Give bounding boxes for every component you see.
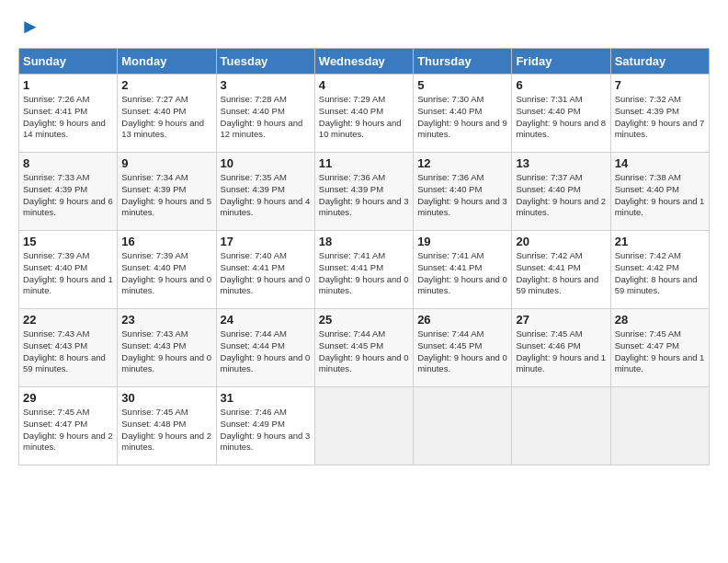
day-info: Sunrise: 7:29 AMSunset: 4:40 PMDaylight:…: [319, 94, 409, 141]
day-number: 14: [615, 156, 705, 170]
calendar-cell: 6Sunrise: 7:31 AMSunset: 4:40 PMDaylight…: [512, 75, 610, 153]
calendar-cell: 17Sunrise: 7:40 AMSunset: 4:41 PMDayligh…: [216, 231, 314, 309]
day-info: Sunrise: 7:32 AMSunset: 4:39 PMDaylight:…: [615, 94, 705, 141]
day-info: Sunrise: 7:38 AMSunset: 4:40 PMDaylight:…: [615, 172, 705, 219]
calendar-cell: 8Sunrise: 7:33 AMSunset: 4:39 PMDaylight…: [19, 153, 118, 231]
calendar-cell: 11Sunrise: 7:36 AMSunset: 4:39 PMDayligh…: [314, 153, 413, 231]
calendar-cell: 21Sunrise: 7:42 AMSunset: 4:42 PMDayligh…: [610, 231, 709, 309]
calendar-cell: 5Sunrise: 7:30 AMSunset: 4:40 PMDaylight…: [414, 75, 512, 153]
day-info: Sunrise: 7:39 AMSunset: 4:40 PMDaylight:…: [121, 250, 211, 297]
day-number: 5: [417, 78, 507, 92]
calendar-cell: 7Sunrise: 7:32 AMSunset: 4:39 PMDaylight…: [610, 75, 709, 153]
day-info: Sunrise: 7:39 AMSunset: 4:40 PMDaylight:…: [23, 250, 113, 297]
calendar-cell: 14Sunrise: 7:38 AMSunset: 4:40 PMDayligh…: [610, 153, 709, 231]
day-number: 25: [319, 313, 409, 327]
day-number: 18: [319, 235, 409, 248]
day-number: 16: [121, 235, 211, 248]
day-number: 21: [615, 235, 705, 248]
day-info: Sunrise: 7:34 AMSunset: 4:39 PMDaylight:…: [121, 172, 211, 219]
calendar-cell: 18Sunrise: 7:41 AMSunset: 4:41 PMDayligh…: [314, 231, 413, 309]
calendar-cell: 26Sunrise: 7:44 AMSunset: 4:45 PMDayligh…: [414, 309, 512, 387]
day-number: 17: [221, 235, 311, 248]
calendar-cell: 1Sunrise: 7:26 AMSunset: 4:41 PMDaylight…: [19, 75, 118, 153]
calendar-cell: 13Sunrise: 7:37 AMSunset: 4:40 PMDayligh…: [512, 153, 610, 231]
day-number: 29: [23, 391, 113, 405]
day-info: Sunrise: 7:27 AMSunset: 4:40 PMDaylight:…: [121, 94, 211, 141]
logo: ►: [18, 15, 40, 39]
day-info: Sunrise: 7:37 AMSunset: 4:40 PMDaylight:…: [516, 172, 606, 219]
day-info: Sunrise: 7:40 AMSunset: 4:41 PMDaylight:…: [221, 250, 311, 297]
calendar-cell: 12Sunrise: 7:36 AMSunset: 4:40 PMDayligh…: [414, 153, 512, 231]
calendar-cell: 30Sunrise: 7:45 AMSunset: 4:48 PMDayligh…: [118, 387, 216, 465]
day-info: Sunrise: 7:36 AMSunset: 4:39 PMDaylight:…: [319, 172, 409, 219]
day-number: 4: [319, 78, 409, 92]
day-number: 23: [121, 313, 211, 327]
calendar-cell: [512, 387, 610, 465]
day-number: 22: [23, 313, 113, 327]
day-info: Sunrise: 7:36 AMSunset: 4:40 PMDaylight:…: [417, 172, 507, 219]
day-number: 8: [23, 156, 113, 170]
day-number: 13: [516, 156, 606, 170]
day-number: 15: [23, 235, 113, 248]
calendar-cell: 28Sunrise: 7:45 AMSunset: 4:47 PMDayligh…: [610, 309, 709, 387]
logo-bird-icon: ►: [20, 15, 40, 39]
calendar-cell: 9Sunrise: 7:34 AMSunset: 4:39 PMDaylight…: [118, 153, 216, 231]
calendar-cell: 20Sunrise: 7:42 AMSunset: 4:41 PMDayligh…: [512, 231, 610, 309]
day-info: Sunrise: 7:45 AMSunset: 4:48 PMDaylight:…: [121, 407, 211, 454]
day-number: 9: [121, 156, 211, 170]
day-info: Sunrise: 7:35 AMSunset: 4:39 PMDaylight:…: [221, 172, 311, 219]
calendar-cell: 15Sunrise: 7:39 AMSunset: 4:40 PMDayligh…: [19, 231, 118, 309]
day-info: Sunrise: 7:26 AMSunset: 4:41 PMDaylight:…: [23, 94, 113, 141]
day-number: 19: [417, 235, 507, 248]
day-info: Sunrise: 7:42 AMSunset: 4:42 PMDaylight:…: [615, 250, 705, 297]
calendar-cell: 29Sunrise: 7:45 AMSunset: 4:47 PMDayligh…: [19, 387, 118, 465]
calendar-week-row: 22Sunrise: 7:43 AMSunset: 4:43 PMDayligh…: [19, 309, 710, 387]
calendar-cell: 4Sunrise: 7:29 AMSunset: 4:40 PMDaylight…: [314, 75, 413, 153]
calendar-cell: 3Sunrise: 7:28 AMSunset: 4:40 PMDaylight…: [216, 75, 314, 153]
calendar-cell: [314, 387, 413, 465]
calendar-header-thursday: Thursday: [414, 49, 512, 75]
calendar-cell: 16Sunrise: 7:39 AMSunset: 4:40 PMDayligh…: [118, 231, 216, 309]
calendar-header-monday: Monday: [118, 49, 216, 75]
page-header: ►: [18, 15, 710, 39]
day-info: Sunrise: 7:46 AMSunset: 4:49 PMDaylight:…: [221, 407, 311, 454]
calendar-cell: 10Sunrise: 7:35 AMSunset: 4:39 PMDayligh…: [216, 153, 314, 231]
day-info: Sunrise: 7:33 AMSunset: 4:39 PMDaylight:…: [23, 172, 113, 219]
day-number: 12: [417, 156, 507, 170]
calendar-header-wednesday: Wednesday: [314, 49, 413, 75]
calendar-cell: 25Sunrise: 7:44 AMSunset: 4:45 PMDayligh…: [314, 309, 413, 387]
calendar-header-sunday: Sunday: [19, 49, 118, 75]
day-number: 3: [221, 78, 311, 92]
day-info: Sunrise: 7:31 AMSunset: 4:40 PMDaylight:…: [516, 94, 606, 141]
calendar-week-row: 1Sunrise: 7:26 AMSunset: 4:41 PMDaylight…: [19, 75, 710, 153]
day-number: 30: [121, 391, 211, 405]
calendar-cell: 24Sunrise: 7:44 AMSunset: 4:44 PMDayligh…: [216, 309, 314, 387]
day-info: Sunrise: 7:43 AMSunset: 4:43 PMDaylight:…: [121, 328, 211, 375]
calendar-cell: 27Sunrise: 7:45 AMSunset: 4:46 PMDayligh…: [512, 309, 610, 387]
day-number: 7: [615, 78, 705, 92]
day-number: 27: [516, 313, 606, 327]
day-info: Sunrise: 7:44 AMSunset: 4:44 PMDaylight:…: [221, 328, 311, 375]
day-number: 28: [615, 313, 705, 327]
calendar-cell: [610, 387, 709, 465]
day-info: Sunrise: 7:44 AMSunset: 4:45 PMDaylight:…: [319, 328, 409, 375]
calendar-header-row: SundayMondayTuesdayWednesdayThursdayFrid…: [19, 49, 710, 75]
day-number: 11: [319, 156, 409, 170]
calendar-cell: 23Sunrise: 7:43 AMSunset: 4:43 PMDayligh…: [118, 309, 216, 387]
calendar-week-row: 8Sunrise: 7:33 AMSunset: 4:39 PMDaylight…: [19, 153, 710, 231]
calendar-cell: 31Sunrise: 7:46 AMSunset: 4:49 PMDayligh…: [216, 387, 314, 465]
calendar-header-friday: Friday: [512, 49, 610, 75]
day-number: 6: [516, 78, 606, 92]
day-number: 2: [121, 78, 211, 92]
day-info: Sunrise: 7:45 AMSunset: 4:47 PMDaylight:…: [23, 407, 113, 454]
day-number: 1: [23, 78, 113, 92]
day-info: Sunrise: 7:42 AMSunset: 4:41 PMDaylight:…: [516, 250, 606, 297]
day-info: Sunrise: 7:45 AMSunset: 4:47 PMDaylight:…: [615, 328, 705, 375]
day-info: Sunrise: 7:45 AMSunset: 4:46 PMDaylight:…: [516, 328, 606, 375]
calendar-header-tuesday: Tuesday: [216, 49, 314, 75]
day-number: 24: [221, 313, 311, 327]
day-info: Sunrise: 7:43 AMSunset: 4:43 PMDaylight:…: [23, 328, 113, 375]
calendar-cell: [414, 387, 512, 465]
calendar-table: SundayMondayTuesdayWednesdayThursdayFrid…: [18, 48, 710, 465]
day-info: Sunrise: 7:41 AMSunset: 4:41 PMDaylight:…: [319, 250, 409, 297]
